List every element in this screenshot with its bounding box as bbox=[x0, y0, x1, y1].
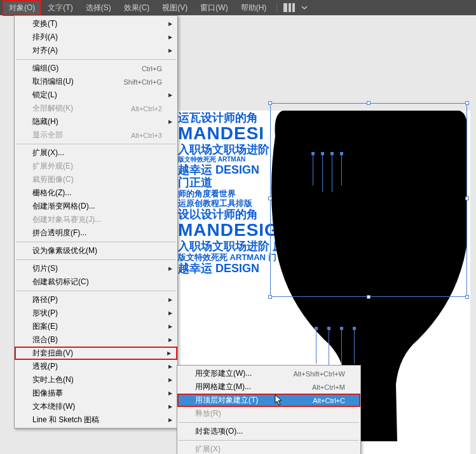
menu-item-label: 裁剪图像(C) bbox=[32, 174, 74, 185]
menu-item[interactable]: 透视(P) bbox=[15, 360, 177, 373]
selection-handle[interactable] bbox=[367, 295, 371, 299]
menu-item[interactable]: 封套扭曲(V) bbox=[15, 347, 177, 360]
menu-item-label: 创建对象马赛克(J)... bbox=[32, 214, 101, 225]
menu-item-label: 图像描摹 bbox=[32, 388, 63, 399]
menu-item-label: Line 和 Sketch 图稿 bbox=[32, 415, 99, 425]
menu-select[interactable]: 选择(S) bbox=[79, 0, 118, 16]
dropdown-arrow-icon[interactable] bbox=[299, 5, 310, 10]
menu-item-label: 图案(E) bbox=[32, 321, 58, 332]
menu-item[interactable]: 变换(T) bbox=[15, 17, 177, 31]
submenu-item-shortcut: Alt+Shift+Ctrl+W bbox=[293, 370, 345, 378]
control-handle-line bbox=[313, 154, 313, 186]
submenu-item-shortcut: Alt+Ctrl+C bbox=[313, 397, 345, 404]
menu-separator bbox=[16, 144, 176, 144]
menu-item[interactable]: 混合(B) bbox=[15, 333, 177, 347]
menu-item-label: 实时上色(N) bbox=[32, 375, 74, 385]
submenu-item[interactable]: 用网格建立(M)...Alt+Ctrl+M bbox=[177, 380, 360, 394]
control-handle-line bbox=[316, 329, 316, 364]
menu-help[interactable]: 帮助(H) bbox=[235, 0, 273, 16]
menu-item[interactable]: 图案(E) bbox=[15, 320, 177, 333]
menu-separator bbox=[179, 422, 359, 423]
submenu-item-label: 释放(R) bbox=[195, 408, 221, 419]
menu-item: 裁剪图像(C) bbox=[15, 173, 177, 186]
selection-handle[interactable] bbox=[268, 101, 272, 105]
menu-item-label: 创建裁切标记(C) bbox=[32, 277, 89, 287]
menu-item-label: 显示全部 bbox=[32, 130, 63, 141]
control-handle-line bbox=[341, 154, 342, 186]
submenu-item: 扩展(X) bbox=[177, 443, 360, 454]
selection-handle[interactable] bbox=[367, 101, 371, 105]
menu-item[interactable]: 文本绕排(W) bbox=[15, 400, 177, 413]
menu-item-label: 设为像素级优化(M) bbox=[32, 245, 97, 256]
menu-item[interactable]: 隐藏(H) bbox=[15, 115, 177, 128]
menu-item[interactable]: 创建渐变网格(D)... bbox=[15, 200, 177, 213]
menu-item[interactable]: 路径(P) bbox=[15, 293, 177, 306]
menu-separator bbox=[16, 259, 176, 260]
control-handle-line bbox=[332, 154, 332, 192]
menu-effect[interactable]: 效果(C) bbox=[118, 0, 156, 16]
selection-handle[interactable] bbox=[268, 295, 272, 299]
menu-item-label: 对齐(A) bbox=[32, 45, 58, 56]
menu-item[interactable]: 对齐(A) bbox=[15, 44, 177, 57]
submenu-item-label: 用变形建立(W)... bbox=[195, 368, 252, 379]
menu-item[interactable]: 排列(A) bbox=[15, 31, 177, 44]
menu-item-label: 栅格化(Z)... bbox=[32, 188, 71, 198]
menu-item: 显示全部Alt+Ctrl+3 bbox=[15, 128, 177, 142]
menu-view[interactable]: 视图(V) bbox=[156, 0, 194, 16]
menu-item-shortcut: Alt+Ctrl+3 bbox=[131, 132, 162, 139]
menu-item-label: 变换(T) bbox=[32, 18, 57, 29]
object-menu-dropdown: 变换(T)排列(A)对齐(A)编组(G)Ctrl+G取消编组(U)Shift+C… bbox=[14, 15, 178, 429]
control-handle-line bbox=[329, 329, 329, 370]
menu-item[interactable]: 图像描摹 bbox=[15, 387, 177, 400]
submenu-item-label: 用顶层对象建立(T) bbox=[195, 395, 258, 406]
menu-item[interactable]: 设为像素级优化(M) bbox=[15, 244, 177, 258]
menu-item-label: 形状(P) bbox=[32, 308, 58, 319]
menu-item[interactable]: 拼合透明度(F)... bbox=[15, 226, 177, 240]
selection-handle[interactable] bbox=[465, 295, 469, 299]
menu-item: 扩展外观(E) bbox=[15, 160, 177, 173]
menu-item[interactable]: Line 和 Sketch 图稿 bbox=[15, 413, 177, 427]
menu-separator bbox=[179, 440, 359, 441]
control-handle-line bbox=[341, 329, 342, 370]
selection-handle[interactable] bbox=[465, 101, 469, 105]
menu-object[interactable]: 对象(O) bbox=[3, 0, 41, 16]
menu-item[interactable]: 形状(P) bbox=[15, 306, 177, 320]
menu-item-label: 取消编组(U) bbox=[32, 76, 74, 87]
submenu-item-label: 用网格建立(M)... bbox=[195, 382, 251, 392]
selection-handle[interactable] bbox=[268, 196, 272, 200]
control-handle-line bbox=[354, 329, 355, 364]
selection-handle[interactable] bbox=[465, 196, 469, 200]
menu-item[interactable]: 创建裁切标记(C) bbox=[15, 275, 177, 289]
menu-item[interactable]: 锁定(L) bbox=[15, 88, 177, 102]
menu-item-label: 排列(A) bbox=[32, 32, 58, 43]
menu-item-label: 混合(B) bbox=[32, 334, 58, 345]
svg-rect-2 bbox=[292, 3, 295, 12]
menu-item[interactable]: 编组(G)Ctrl+G bbox=[15, 62, 177, 75]
menu-item[interactable]: 扩展(X)... bbox=[15, 146, 177, 160]
menu-item-label: 切片(S) bbox=[32, 263, 58, 274]
menu-item-label: 隐藏(H) bbox=[32, 116, 58, 127]
submenu-item-label: 封套选项(O)... bbox=[195, 426, 243, 437]
menu-window[interactable]: 窗口(W) bbox=[194, 0, 234, 16]
submenu-item[interactable]: 封套选项(O)... bbox=[177, 425, 360, 438]
submenu-item: 释放(R) bbox=[177, 407, 360, 420]
svg-rect-0 bbox=[283, 3, 287, 12]
menu-item-label: 扩展外观(E) bbox=[32, 161, 73, 172]
envelope-distort-submenu: 用变形建立(W)...Alt+Shift+Ctrl+W用网格建立(M)...Al… bbox=[177, 365, 361, 454]
menu-item-label: 全部解锁(K) bbox=[32, 103, 73, 114]
menu-item-label: 创建渐变网格(D)... bbox=[32, 201, 95, 212]
menu-item-label: 扩展(X)... bbox=[32, 148, 64, 158]
menu-item[interactable]: 取消编组(U)Shift+Ctrl+G bbox=[15, 75, 177, 88]
submenu-item[interactable]: 用变形建立(W)...Alt+Shift+Ctrl+W bbox=[177, 367, 360, 380]
menu-item-label: 锁定(L) bbox=[32, 90, 57, 100]
menu-item-label: 透视(P) bbox=[32, 361, 58, 372]
menu-text[interactable]: 文字(T) bbox=[41, 0, 79, 16]
menu-item-shortcut: Shift+Ctrl+G bbox=[123, 78, 162, 86]
submenu-item[interactable]: 用顶层对象建立(T)Alt+Ctrl+C bbox=[177, 394, 360, 407]
menu-item[interactable]: 实时上色(N) bbox=[15, 373, 177, 387]
layout-tool-icon[interactable] bbox=[281, 3, 297, 12]
menu-item-label: 拼合透明度(F)... bbox=[32, 228, 86, 238]
menu-item[interactable]: 切片(S) bbox=[15, 262, 177, 275]
submenu-item-label: 扩展(X) bbox=[195, 444, 221, 454]
menu-item[interactable]: 栅格化(Z)... bbox=[15, 186, 177, 200]
